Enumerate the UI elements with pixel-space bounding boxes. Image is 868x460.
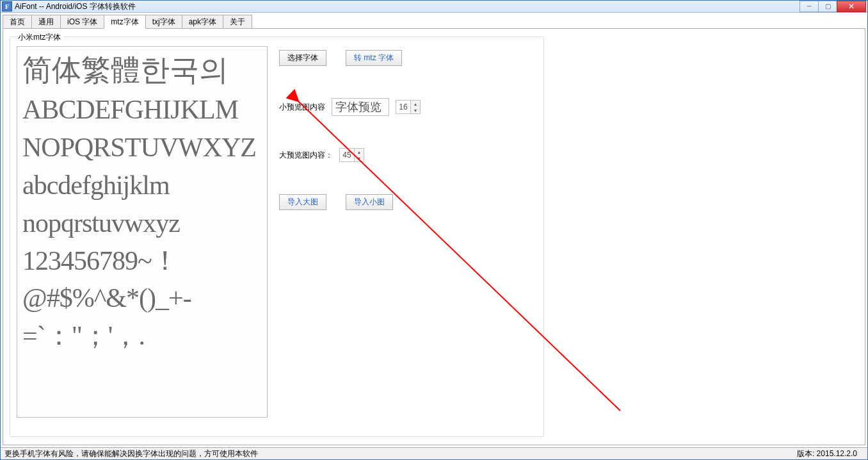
content-area: 首页 通用 iOS 字体 mtz字体 txj字体 apk字体 关于 小米mtz字… bbox=[1, 13, 867, 447]
preview-lower1: abcdefghijklm bbox=[22, 167, 262, 204]
import-large-button[interactable]: 导入大图 bbox=[279, 194, 326, 210]
convert-mtz-button[interactable]: 转 mtz 字体 bbox=[346, 50, 402, 66]
spin-up-icon[interactable]: ▲ bbox=[411, 101, 420, 107]
select-font-button[interactable]: 选择字体 bbox=[279, 50, 326, 66]
preview-sym2: =`："；'，. bbox=[22, 317, 262, 355]
large-preview-label: 大预览图内容： bbox=[279, 150, 333, 161]
status-right: 版本: 2015.12.2.0 bbox=[797, 448, 864, 459]
small-preview-label: 小预览图内容 bbox=[279, 102, 325, 113]
window-title: AiFont -- Android/iOS 字体转换软件 bbox=[15, 1, 800, 12]
font-preview-box: 简体繁體한국의 ABCDEFGHIJKLM NOPQRSTUVWXYZ abcd… bbox=[17, 46, 268, 418]
tab-ios-font[interactable]: iOS 字体 bbox=[60, 15, 104, 28]
small-preview-size-value: 16 bbox=[396, 101, 410, 113]
large-preview-size-spinner[interactable]: 45 ▲ ▼ bbox=[339, 148, 364, 162]
window-buttons: ─ ▢ ✕ bbox=[800, 1, 866, 12]
tab-apk-font[interactable]: apk字体 bbox=[182, 15, 223, 28]
tab-home[interactable]: 首页 bbox=[3, 15, 32, 28]
app-window: F AiFont -- Android/iOS 字体转换软件 ─ ▢ ✕ 首页 … bbox=[0, 0, 868, 460]
titlebar[interactable]: F AiFont -- Android/iOS 字体转换软件 ─ ▢ ✕ bbox=[1, 1, 867, 13]
tab-general[interactable]: 通用 bbox=[31, 15, 61, 28]
spin-down-icon[interactable]: ▼ bbox=[411, 107, 420, 113]
small-preview-input[interactable] bbox=[332, 98, 389, 116]
preview-upper2: NOPQRSTUVWXYZ bbox=[22, 129, 262, 167]
preview-cjk: 简体繁體한국의 bbox=[22, 50, 262, 91]
preview-upper1: ABCDEFGHIJKLM bbox=[22, 91, 262, 129]
status-left: 更换手机字体有风险，请确保能解决因换字体出现的问题，方可使用本软件 bbox=[4, 448, 797, 459]
tab-about[interactable]: 关于 bbox=[223, 15, 252, 28]
tabstrip: 首页 通用 iOS 字体 mtz字体 txj字体 apk字体 关于 bbox=[3, 15, 865, 29]
groupbox-legend: 小米mtz字体 bbox=[15, 32, 63, 43]
close-button[interactable]: ✕ bbox=[837, 1, 866, 12]
spin-down-icon[interactable]: ▼ bbox=[355, 155, 364, 161]
minimize-button[interactable]: ─ bbox=[800, 1, 819, 12]
statusbar: 更换手机字体有风险，请确保能解决因换字体出现的问题，方可使用本软件 版本: 20… bbox=[1, 447, 867, 459]
small-preview-size-spinner[interactable]: 16 ▲ ▼ bbox=[396, 100, 421, 114]
preview-lower2: nopqrstuvwxyz bbox=[22, 204, 262, 242]
preview-sym1: @#$%^&*()_+- bbox=[22, 279, 262, 317]
maximize-button[interactable]: ▢ bbox=[818, 1, 837, 12]
large-preview-size-value: 45 bbox=[340, 149, 354, 161]
mtz-groupbox: 小米mtz字体 简体繁體한국의 ABCDEFGHIJKLM NOPQRSTUVW… bbox=[10, 37, 544, 437]
tab-mtz-font[interactable]: mtz字体 bbox=[104, 15, 145, 29]
spin-up-icon[interactable]: ▲ bbox=[355, 149, 364, 155]
tab-txj-font[interactable]: txj字体 bbox=[145, 15, 182, 28]
preview-digits: 123456789~！ bbox=[22, 242, 262, 280]
tab-page: 小米mtz字体 简体繁體한국의 ABCDEFGHIJKLM NOPQRSTUVW… bbox=[3, 29, 865, 445]
import-small-button[interactable]: 导入小图 bbox=[346, 194, 393, 210]
controls-panel: 选择字体 转 mtz 字体 小预览图内容 16 ▲ ▼ bbox=[279, 50, 535, 242]
app-icon: F bbox=[2, 1, 12, 12]
